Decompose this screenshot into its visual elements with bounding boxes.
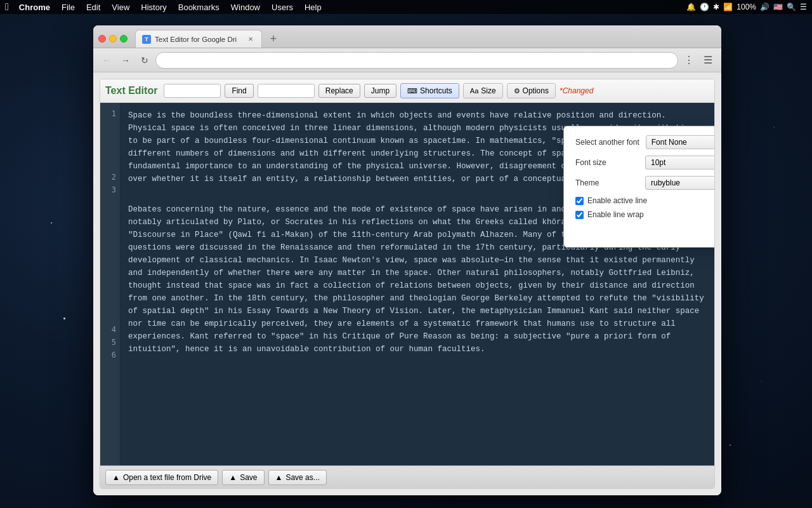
line-number-3: 3: [100, 184, 116, 197]
menubar-history[interactable]: History: [136, 1, 171, 13]
font-label: Select another font: [575, 138, 639, 147]
forward-button[interactable]: →: [117, 52, 134, 69]
save-as-drive-icon: ▲: [275, 473, 283, 482]
active-line-row: Enable active line: [575, 196, 714, 205]
tab-favicon: T: [142, 35, 151, 44]
shortcuts-label: Shortcuts: [420, 86, 452, 95]
address-bar[interactable]: [155, 52, 678, 69]
options-popup: Select another font Font None Font size …: [563, 126, 714, 248]
font-selection-row: Select another font Font None: [575, 135, 714, 149]
nav-bar: ← → ↻ ⋮ ☰: [93, 48, 721, 72]
new-tab-button[interactable]: +: [265, 30, 282, 48]
active-tab[interactable]: T Text Editor for Google Dri ✕: [135, 30, 262, 48]
star: [51, 222, 52, 224]
app-footer: ▲ Open a text file from Drive ▲ Save ▲ S…: [100, 465, 714, 488]
menubar-help[interactable]: Help: [299, 1, 327, 13]
battery-label: 100%: [737, 3, 756, 11]
line-wrap-checkbox[interactable]: [575, 211, 584, 219]
line-number-space2: [100, 197, 116, 324]
line-wrap-row: Enable line wrap: [575, 210, 714, 219]
line-numbers: 1 2 3 4 5 6: [100, 103, 121, 465]
editor-line-5: [128, 372, 707, 387]
active-line-label: Enable active line: [587, 196, 647, 205]
replace-button[interactable]: Replace: [318, 84, 360, 98]
menubar-file[interactable]: File: [56, 1, 80, 13]
reload-button[interactable]: ↻: [136, 52, 153, 69]
search-icon[interactable]: 🔍: [787, 3, 796, 11]
star: [774, 127, 775, 128]
size-tab[interactable]: Aa Size: [463, 83, 503, 98]
menubar-status-area: 🔔 🕐 ✱ 📶 100% 🔊 🇺🇸 🔍 ☰: [686, 3, 807, 11]
line-number-5: 5: [100, 337, 116, 349]
line-number-1: 1: [100, 108, 116, 121]
drive-icon: ▲: [112, 473, 120, 482]
font-select[interactable]: Font None: [646, 135, 714, 149]
editor-line-6: [128, 387, 707, 403]
find-button[interactable]: Find: [225, 84, 253, 98]
size-icon: Aa: [470, 87, 478, 95]
star: [63, 318, 65, 319]
save-as-label: Save as...: [285, 473, 319, 482]
font-size-select[interactable]: 10pt: [645, 156, 714, 170]
wifi-icon: 📶: [723, 3, 733, 11]
shortcuts-tab[interactable]: ⌨ Shortcuts: [400, 83, 459, 98]
page-content: Text Editor Find Replace Jump ⌨ Shortcut…: [93, 72, 721, 495]
open-from-drive-button[interactable]: ▲ Open a text file from Drive: [105, 470, 218, 485]
text-editor-app: Text Editor Find Replace Jump ⌨ Shortcut…: [100, 79, 715, 489]
options-label: Options: [523, 86, 549, 95]
changed-indicator: *Changed: [560, 86, 593, 95]
save-label: Save: [240, 473, 257, 482]
active-line-checkbox[interactable]: [575, 197, 584, 205]
size-label: Size: [481, 86, 495, 95]
jump-button[interactable]: Jump: [364, 84, 396, 98]
save-button[interactable]: ▲ Save: [222, 470, 264, 485]
menu-button[interactable]: ☰: [700, 52, 716, 69]
tab-title: Text Editor for Google Dri: [155, 36, 242, 43]
menubar-edit[interactable]: Edit: [81, 1, 105, 13]
font-size-row: Font size 10pt: [575, 156, 714, 170]
theme-row: Theme rubyblue: [575, 176, 714, 190]
close-button[interactable]: [98, 35, 106, 43]
replace-input[interactable]: [258, 84, 315, 98]
menubar-window[interactable]: Window: [226, 1, 265, 13]
find-input[interactable]: [164, 84, 221, 98]
back-button[interactable]: ←: [98, 52, 115, 69]
minimize-button[interactable]: [109, 35, 117, 43]
list-icon[interactable]: ☰: [800, 3, 807, 11]
flag-icon: 🇺🇸: [773, 3, 783, 11]
editor-wrapper: 1 2 3 4 5 6 Space is the boundless three…: [100, 103, 714, 465]
open-label: Open a text file from Drive: [123, 473, 211, 482]
save-as-button[interactable]: ▲ Save as...: [268, 470, 327, 485]
editor-line-4: [128, 357, 707, 372]
options-close-row: Close: [575, 224, 714, 238]
line-number-6: 6: [100, 349, 116, 362]
star: [761, 381, 762, 382]
bluetooth-icon: ✱: [713, 3, 719, 11]
extensions-button[interactable]: ⋮: [681, 52, 697, 69]
theme-select[interactable]: rubyblue: [645, 176, 714, 190]
save-drive-icon: ▲: [229, 473, 237, 482]
menubar-users[interactable]: Users: [266, 1, 298, 13]
shortcuts-icon: ⌨: [407, 87, 417, 95]
line-number-2: 2: [100, 171, 116, 184]
menubar-view[interactable]: View: [107, 1, 134, 13]
apple-menu-icon[interactable]: : [5, 1, 9, 13]
url-input[interactable]: [162, 56, 671, 65]
menubar-bookmarks[interactable]: Bookmarks: [173, 1, 225, 13]
title-bar: T Text Editor for Google Dri ✕ +: [93, 25, 721, 48]
app-toolbar: Text Editor Find Replace Jump ⌨ Shortcut…: [100, 79, 714, 103]
browser-window: T Text Editor for Google Dri ✕ + ← → ↻ ⋮…: [93, 25, 721, 495]
options-icon: ⚙: [514, 87, 520, 95]
app-title: Text Editor: [105, 85, 157, 97]
line-number-space: [100, 121, 116, 171]
star: [730, 444, 731, 446]
font-size-label: Font size: [575, 158, 639, 167]
line-wrap-label: Enable line wrap: [587, 210, 644, 219]
tab-close-button[interactable]: ✕: [246, 35, 255, 44]
menubar-chrome[interactable]: Chrome: [14, 1, 55, 13]
line-number-4: 4: [100, 324, 116, 337]
volume-icon: 🔊: [760, 3, 769, 11]
maximize-button[interactable]: [120, 35, 128, 43]
menubar:  Chrome File Edit View History Bookmark…: [0, 0, 812, 14]
options-tab[interactable]: ⚙ Options: [507, 83, 556, 98]
